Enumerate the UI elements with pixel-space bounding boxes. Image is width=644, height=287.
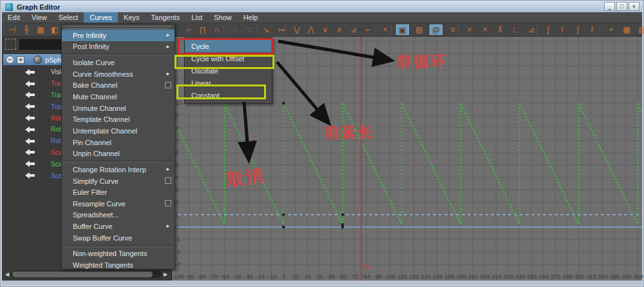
keyframe-dot[interactable] xyxy=(341,223,344,226)
menu-item[interactable]: Spreadsheet... ► xyxy=(62,210,175,221)
swap-buffer-curve-icon[interactable]: ſ xyxy=(556,25,569,35)
menu-item[interactable]: Isolate Curve ► xyxy=(62,57,175,68)
option-box-icon[interactable] xyxy=(165,82,171,88)
move-nearest-key-tool-icon[interactable]: ⊣ xyxy=(6,25,19,35)
add-keys-icon[interactable]: ∴ xyxy=(229,25,242,35)
keyframe-dot[interactable] xyxy=(341,213,344,216)
menu-item[interactable]: Mute Channel ► xyxy=(62,91,175,103)
insert-key-icon[interactable]: ∵ xyxy=(243,25,256,35)
window-title: Graph Editor xyxy=(17,3,60,11)
scroll-right-icon[interactable]: ▶ xyxy=(162,271,169,279)
post-infinity-cycle-icon[interactable]: ſ xyxy=(585,25,598,35)
center-current-time-icon[interactable]: ∩ xyxy=(211,25,223,35)
maximize-button[interactable]: □ xyxy=(616,2,627,11)
default-tangent-icon[interactable]: × xyxy=(379,25,392,35)
graph-editor-layout-icon[interactable]: ▦ xyxy=(620,25,633,35)
menu-item[interactable]: Unmute Channel ► xyxy=(62,103,175,114)
keyframe-dot[interactable] xyxy=(282,226,285,228)
linear-tangents-icon[interactable]: ∨ xyxy=(319,25,332,35)
x-tick-label: -36 xyxy=(242,273,255,280)
menu-item[interactable]: Weighted Tangents ► xyxy=(62,259,175,271)
menu-item[interactable]: Simplify Curve ► xyxy=(62,175,175,187)
frame-playback-range-icon[interactable]: ∏ xyxy=(196,25,209,35)
menubar-item[interactable]: Tangents xyxy=(146,12,186,23)
close-button[interactable]: × xyxy=(629,2,639,11)
snap-value-icon[interactable]: ↦ xyxy=(275,25,288,35)
collapse-button[interactable]: − xyxy=(6,55,14,64)
flat-tangents-icon[interactable]: ∧ xyxy=(333,25,346,35)
clamped-tangents-icon[interactable]: ⋀ xyxy=(305,25,317,35)
menubar-item[interactable]: Help xyxy=(238,12,264,23)
scrollbar-thumb[interactable] xyxy=(12,272,153,277)
pan-zoom-tool-icon[interactable]: + xyxy=(605,25,618,35)
menubar-item[interactable]: Edit xyxy=(2,12,26,23)
pre-infinity-cycle-icon[interactable]: ʃ xyxy=(571,25,584,35)
y-tick-label: 4 xyxy=(175,174,178,181)
option-box-icon[interactable] xyxy=(165,177,171,184)
region-select-tool-icon[interactable]: ◧ xyxy=(48,25,61,35)
menubar-item[interactable]: Curves xyxy=(84,12,118,23)
x-tick-label: 36 xyxy=(313,273,326,280)
menubar-item[interactable]: Keys xyxy=(118,12,145,23)
denormalize-view-button[interactable]: ≡ xyxy=(446,25,459,35)
normalized-view-button[interactable]: @ xyxy=(430,25,442,35)
menu-item[interactable]: Pin Channel ► xyxy=(62,137,175,148)
fixed-tangent-icon[interactable]: ⊿ xyxy=(525,25,538,35)
outliner-hscrollbar[interactable]: ◀ ▶ xyxy=(3,270,169,279)
unify-tangents-icon[interactable]: × xyxy=(478,25,491,35)
spline-tangents-icon[interactable]: ⋁ xyxy=(290,25,303,35)
insert-keys-tool-icon[interactable]: ╫ xyxy=(20,25,33,35)
submenu-arrow-icon: ► xyxy=(166,71,171,77)
menubar-item[interactable]: Select xyxy=(53,12,84,23)
frame-all-icon[interactable]: ⌐ xyxy=(182,25,195,35)
keyframe-track-icon xyxy=(25,115,35,121)
keyframe-track-icon xyxy=(25,126,35,133)
keyframe-track-icon xyxy=(25,149,35,155)
menu-item[interactable]: Swap Buffer Curve ► xyxy=(62,232,175,244)
menubar-item[interactable]: View xyxy=(26,12,53,23)
menu-item[interactable]: Pre Infinity ► xyxy=(62,30,175,41)
scroll-left-icon[interactable]: ◀ xyxy=(3,271,11,279)
animation-curve[interactable] xyxy=(172,103,642,224)
expand-button[interactable]: + xyxy=(17,56,24,64)
break-tangents-icon[interactable]: × xyxy=(463,25,476,35)
lattice-deform-keys-tool-icon[interactable]: ▦ xyxy=(34,25,47,35)
toolbar-separator xyxy=(374,25,375,35)
keyframe-track-icon xyxy=(25,92,35,98)
menu-item[interactable]: Change Rotation Interp ► xyxy=(62,164,175,175)
menu-item[interactable]: Template Channel ► xyxy=(62,114,175,125)
minimize-button[interactable]: _ xyxy=(604,2,615,11)
menu-item[interactable]: Untemplate Channel ► xyxy=(62,125,175,137)
menu-item[interactable]: Buffer Curve ► xyxy=(62,221,175,232)
keyframe-dot[interactable] xyxy=(282,102,285,104)
scrollbar-track[interactable] xyxy=(11,271,162,278)
menubar-item[interactable]: List xyxy=(185,12,208,23)
keyframe-track-icon xyxy=(25,69,35,75)
keyframe-track-icon xyxy=(25,138,35,144)
menu-item[interactable]: Non-weighted Tangents ► xyxy=(62,248,175,260)
menu-item[interactable]: Unpin Channel ► xyxy=(62,148,175,159)
menu-item[interactable]: Bake Channel ► xyxy=(62,80,175,92)
buffer-curve-snapshot-icon[interactable]: ʃ xyxy=(542,25,554,35)
plateau-tangents-icon[interactable]: ⌐ xyxy=(361,25,374,35)
lock-tangent-weight-icon[interactable]: ∟ xyxy=(509,25,522,35)
menu-item[interactable]: Resample Curve ► xyxy=(62,198,175,210)
free-tangent-weight-icon[interactable]: ⊼ xyxy=(494,25,507,35)
option-box-icon[interactable] xyxy=(165,200,171,206)
dope-sheet-layout-icon[interactable]: ▤ xyxy=(636,25,644,35)
menubar: EditViewSelectCurvesKeysTangentsListShow… xyxy=(2,12,642,23)
outliner-filter-icon[interactable] xyxy=(5,39,16,50)
snap-time-icon[interactable]: ↘ xyxy=(260,25,272,35)
absolute-view-button[interactable]: ▣ xyxy=(396,25,409,35)
titlebar[interactable]: Graph Editor _□× xyxy=(2,1,642,12)
sphere-node-icon xyxy=(33,55,42,64)
menu-item[interactable]: Post Infinity ► xyxy=(62,41,175,53)
stacked-view-button[interactable]: ▤ xyxy=(413,25,426,35)
keyframe-dot[interactable] xyxy=(341,226,344,228)
step-tangents-icon[interactable]: ⊿ xyxy=(347,25,360,35)
menu-tearoff-handle[interactable] xyxy=(65,26,171,29)
menu-item[interactable]: Euler Filter ► xyxy=(62,186,175,198)
keyframe-dot[interactable] xyxy=(282,213,285,216)
menu-item[interactable]: Curve Smoothness ► xyxy=(62,68,175,80)
menubar-item[interactable]: Show xyxy=(208,12,238,23)
